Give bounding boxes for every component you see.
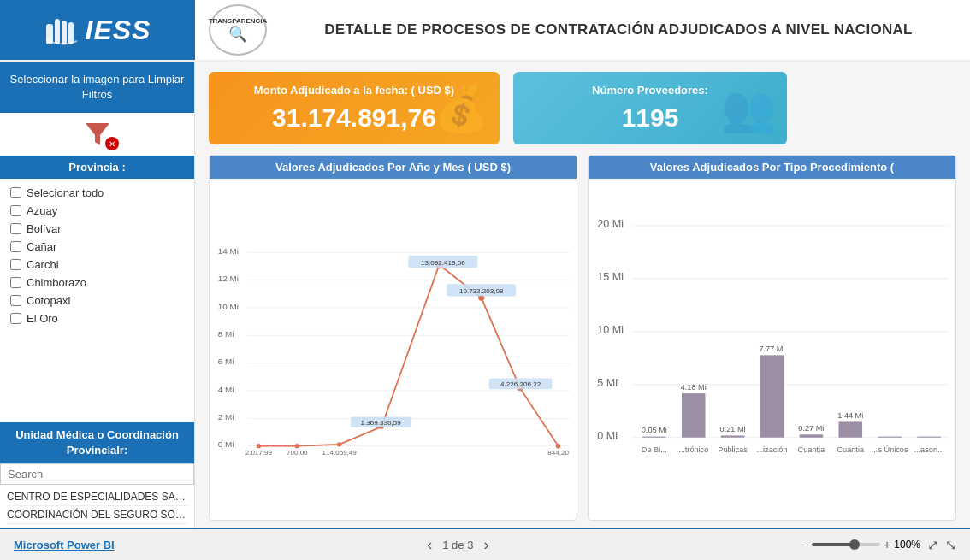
list-item[interactable]: Azuay — [10, 202, 184, 220]
prev-page-button[interactable]: ‹ — [427, 536, 432, 554]
transparencia-logo: TRANSPARENCIA 🔍 — [209, 4, 267, 56]
kpi-monto-label: Monto Adjudicado a la fecha: ( USD $) — [254, 84, 454, 97]
svg-rect-55 — [721, 435, 745, 437]
powerbi-link[interactable]: Microsoft Power BI — [14, 539, 115, 551]
checkbox-azuay[interactable] — [10, 205, 21, 216]
search-list: CENTRO DE ESPECIALIDADES SAN JUAN COORDI… — [0, 485, 194, 528]
list-item[interactable]: Cañar — [10, 238, 184, 256]
kpi-row: Monto Adjudicado a la fecha: ( USD $) 31… — [195, 62, 970, 155]
svg-text:5 Mi: 5 Mi — [597, 377, 618, 389]
svg-rect-3 — [68, 22, 74, 44]
iess-hand-icon — [44, 10, 79, 50]
svg-text:0.05 Mi: 0.05 Mi — [642, 426, 667, 434]
checkbox-list: Selecionar todo Azuay Bolívar Cañar Carc… — [0, 179, 194, 421]
unidad-label: Unidad Médica o Coordinación Provincialr… — [0, 422, 194, 463]
list-item[interactable]: Carchi — [10, 256, 184, 274]
list-item[interactable]: COORDINACIÓN DEL SEGURO SOCIAL C... — [7, 506, 187, 524]
kpi-proveedores-value: 1195 — [622, 103, 679, 133]
bar-chart-container: Valores Adjudicados Por Tipo Procedimien… — [588, 155, 956, 521]
list-item[interactable]: El Oro — [10, 309, 184, 327]
kpi-proveedores-card: Número Proveedores: 1195 👥 — [513, 72, 787, 144]
list-item[interactable]: Cotopaxi — [10, 292, 184, 309]
svg-text:14 Mi: 14 Mi — [218, 246, 239, 256]
checkbox-chimborazo[interactable] — [10, 277, 21, 288]
list-item[interactable]: Bolívar — [10, 220, 184, 238]
next-page-button[interactable]: › — [483, 536, 488, 554]
svg-text:13.092.419,06: 13.092.419,06 — [421, 259, 465, 267]
zoom-out-button[interactable]: − — [801, 538, 808, 551]
main-content: Monto Adjudicado a la fecha: ( USD $) 31… — [195, 62, 970, 528]
kpi-proveedores-label: Número Proveedores: — [592, 84, 708, 97]
svg-text:4.226.206,22: 4.226.206,22 — [500, 380, 541, 388]
svg-text:Publicas: Publicas — [718, 445, 748, 454]
svg-rect-59 — [800, 434, 824, 437]
checkbox-el-oro[interactable] — [10, 313, 21, 324]
svg-text:Cuantia: Cuantia — [798, 445, 825, 454]
list-item[interactable]: Selecionar todo — [10, 184, 184, 202]
svg-text:1.369.336,59: 1.369.336,59 — [361, 419, 402, 427]
page-title: DETALLE DE PROCESOS DE CONTRATACIÓN ADJU… — [281, 21, 956, 38]
svg-text:Cuantia: Cuantia — [837, 445, 864, 454]
svg-text:0.27 Mi: 0.27 Mi — [798, 424, 824, 433]
zoom-control: − + 100% — [801, 538, 920, 551]
svg-rect-63 — [878, 437, 902, 438]
svg-rect-57 — [760, 355, 784, 437]
svg-point-21 — [257, 444, 261, 448]
people-icon: 👥 — [721, 82, 777, 134]
svg-text:12 Mi: 12 Mi — [218, 274, 239, 283]
checkbox-selecionar-todo[interactable] — [10, 187, 21, 198]
main-container: IESS TRANSPARENCIA 🔍 DETALLE DE PROCESOS… — [0, 0, 970, 560]
zoom-slider[interactable] — [812, 543, 880, 546]
svg-text:10.733.203,08: 10.733.203,08 — [459, 287, 504, 295]
svg-text:10 Mi: 10 Mi — [597, 324, 624, 336]
bar-chart-svg: 20 Mi 15 Mi 10 Mi 5 Mi 0 Mi — [595, 186, 949, 513]
svg-rect-64 — [917, 437, 941, 438]
footer-right: − + 100% ⤢ ⤡ — [801, 537, 956, 553]
svg-text:...asori...: ...asori... — [914, 445, 943, 454]
charts-row: Valores Adjudicados Por Año y Mes ( USD … — [195, 155, 970, 528]
kpi-monto-card: Monto Adjudicado a la fecha: ( USD $) 31… — [209, 72, 500, 144]
svg-text:114.059,49: 114.059,49 — [322, 449, 357, 457]
fullscreen-button[interactable]: ⤢ — [927, 537, 938, 553]
coin-icon: 💰 — [434, 82, 489, 134]
provincia-label: Provincia : — [0, 156, 194, 179]
svg-text:6 Mi: 6 Mi — [218, 357, 234, 366]
clear-filters-button[interactable]: Seleccionar la imagen para Limpiar Filtr… — [0, 62, 194, 113]
page-navigation: ‹ 1 de 3 › — [427, 536, 488, 554]
svg-text:1.44 Mi: 1.44 Mi — [837, 411, 863, 420]
header-right: TRANSPARENCIA 🔍 DETALLE DE PROCESOS DE C… — [195, 0, 970, 60]
checkbox-bolivar[interactable] — [10, 223, 21, 234]
line-chart-container: Valores Adjudicados Por Año y Mes ( USD … — [209, 155, 577, 521]
expand-button[interactable]: ⤡ — [945, 537, 956, 553]
svg-text:...trónico: ...trónico — [678, 445, 708, 454]
kpi-monto-value: 31.174.891,76 — [272, 103, 436, 133]
svg-text:15 Mi: 15 Mi — [597, 271, 624, 283]
list-item[interactable]: CENTRO DE ESPECIALIDADES SAN JUAN — [7, 488, 187, 506]
svg-text:20 Mi: 20 Mi — [597, 218, 624, 230]
sidebar: Seleccionar la imagen para Limpiar Filtr… — [0, 62, 195, 528]
bar-chart-body: 20 Mi 15 Mi 10 Mi 5 Mi 0 Mi — [589, 179, 955, 520]
svg-text:0 Mi: 0 Mi — [597, 430, 618, 442]
clear-badge: ✕ — [105, 137, 119, 150]
checkbox-canar[interactable] — [10, 241, 21, 252]
svg-rect-51 — [642, 437, 666, 438]
svg-text:2.017,99: 2.017,99 — [245, 449, 273, 457]
zoom-in-button[interactable]: + — [884, 538, 890, 551]
svg-point-23 — [337, 442, 341, 446]
checkbox-cotopaxi[interactable] — [10, 295, 21, 306]
svg-rect-53 — [682, 393, 706, 438]
line-chart-body: 14 Mi 12 Mi 10 Mi 8 Mi 6 Mi 4 Mi 2 Mi 0 … — [210, 179, 577, 520]
svg-text:0.21 Mi: 0.21 Mi — [720, 425, 746, 433]
svg-text:0 Mi: 0 Mi — [218, 439, 234, 449]
svg-rect-2 — [62, 21, 67, 44]
list-item[interactable]: Chimborazo — [10, 274, 184, 292]
svg-text:...s Únicos: ...s Únicos — [872, 445, 908, 454]
zoom-value: 100% — [894, 539, 920, 551]
bar-chart-title: Valores Adjudicados Por Tipo Procedimien… — [589, 156, 955, 179]
search-input[interactable] — [0, 463, 194, 485]
svg-rect-61 — [839, 421, 863, 437]
header: IESS TRANSPARENCIA 🔍 DETALLE DE PROCESOS… — [0, 0, 970, 62]
line-chart-svg: 14 Mi 12 Mi 10 Mi 8 Mi 6 Mi 4 Mi 2 Mi 0 … — [216, 186, 570, 513]
checkbox-carchi[interactable] — [10, 259, 21, 270]
svg-text:700,00: 700,00 — [287, 449, 308, 457]
